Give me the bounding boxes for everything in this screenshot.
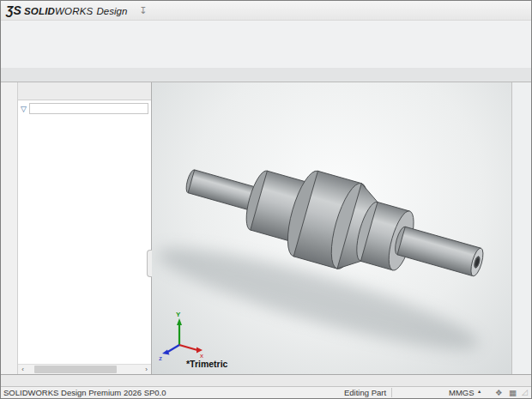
- task-pane: [511, 82, 531, 374]
- model-scene: [152, 82, 511, 374]
- logo-design-text: Design: [96, 6, 127, 16]
- command-manager-tabs: [1, 68, 531, 82]
- resize-grip[interactable]: ◿: [522, 388, 530, 396]
- logo-mark-icon: ƷS: [6, 3, 21, 17]
- logo-works-text: WORKS: [55, 6, 93, 16]
- graphics-area[interactable]: *Trimetric Y x z: [152, 82, 511, 374]
- y-axis-arrow: [177, 318, 182, 325]
- panel-icon[interactable]: ▦: [509, 388, 517, 397]
- logo-solid-text: SOLID: [24, 6, 55, 16]
- tree-filter-input[interactable]: [29, 103, 148, 114]
- unit-system-selector[interactable]: MMGS: [449, 388, 475, 397]
- feature-manager-tab-bar: [18, 82, 151, 100]
- title-bar: ƷS SOLID WORKS Design ↧: [1, 1, 531, 21]
- left-toolbar-strip: [1, 82, 18, 374]
- reference-triad: Y x z: [159, 311, 205, 360]
- tag-icon[interactable]: ❖: [495, 388, 503, 397]
- unit-dropdown-icon[interactable]: ▴: [478, 388, 481, 395]
- feature-tree: [18, 117, 151, 374]
- command-manager-ribbon: [1, 21, 531, 68]
- pin-icon[interactable]: ↧: [139, 5, 147, 16]
- z-axis-label: z: [159, 354, 162, 360]
- tree-filter-row: ▽: [18, 100, 151, 117]
- y-axis-label: Y: [176, 311, 181, 318]
- document-tabs: [1, 374, 531, 386]
- status-separator: [391, 388, 392, 397]
- feature-manager-panel: ▽ ‹ ›: [18, 82, 152, 374]
- x-axis-label: x: [200, 352, 203, 360]
- editing-status-text: Editing Part: [344, 388, 386, 397]
- app-version-text: SOLIDWORKS Design Premium 2026 SP0.0: [3, 388, 166, 397]
- scrollbar-thumb[interactable]: [34, 366, 117, 373]
- scroll-right-icon[interactable]: ›: [142, 366, 151, 373]
- model-shaft[interactable]: [152, 136, 511, 366]
- scroll-left-icon[interactable]: ‹: [18, 366, 27, 373]
- solidworks-window: ƷS SOLID WORKS Design ↧ ^ ▽ ‹ ›: [0, 0, 532, 399]
- scrollbar-track[interactable]: [27, 366, 142, 373]
- filter-funnel-icon: ▽: [21, 105, 27, 113]
- status-bar: SOLIDWORKS Design Premium 2026 SP0.0 Edi…: [1, 386, 531, 398]
- tree-horizontal-scrollbar[interactable]: ‹ ›: [18, 364, 151, 374]
- solidworks-logo: ƷS SOLID WORKS Design: [6, 3, 127, 17]
- main-area: ▽ ‹ ›: [1, 82, 531, 374]
